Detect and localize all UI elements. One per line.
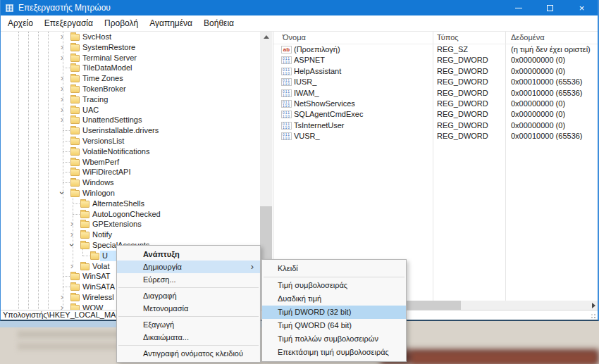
tree-label-Notify[interactable]: Notify — [90, 230, 114, 240]
chevron-collapsed-icon[interactable]: › — [68, 230, 76, 239]
menubar-item-view[interactable]: Προβολή — [99, 15, 144, 31]
tree-label-Winlogon[interactable]: Winlogon — [80, 188, 117, 199]
tree-item-VersionsList[interactable]: VersionsList — [1, 136, 260, 146]
value-row-ASPNET[interactable]: 011 110ASPNETREG_DWORD0x00000000 (0) — [273, 55, 598, 65]
tree-label-Volat[interactable]: Volat — [90, 261, 111, 272]
tree-item-SvcHost[interactable]: ›SvcHost — [1, 32, 260, 42]
menu-item-find[interactable]: Εύρεση... — [117, 273, 260, 286]
scroll-right-button[interactable] — [588, 301, 598, 310]
chevron-collapsed-icon[interactable]: › — [58, 292, 66, 302]
value-row-IUSR_[interactable]: 011 110IUSR_REG_DWORD0x00010000 (65536) — [273, 77, 598, 87]
value-name[interactable]: VUSR_ — [294, 131, 320, 142]
tree-item-WbemPerf[interactable]: WbemPerf — [1, 157, 260, 168]
menu-item-delete[interactable]: Διαγραφή — [117, 289, 260, 302]
column-header-type[interactable]: Τύπος — [437, 33, 459, 42]
tree-label-TileDataModel[interactable]: TileDataModel — [80, 63, 135, 73]
menu-item-copy-key-name[interactable]: Αντιγραφή ονόματος κλειδιού — [117, 347, 260, 360]
scroll-up-button[interactable] — [260, 32, 272, 42]
tree-label-Tracing[interactable]: Tracing — [80, 94, 110, 105]
tree-label-UnattendSettings[interactable]: UnattendSettings — [80, 115, 144, 125]
minimize-button[interactable] — [502, 0, 534, 15]
menu-item-key[interactable]: Κλειδί — [262, 262, 406, 275]
tree-label-GPExtensions[interactable]: GPExtensions — [90, 219, 144, 230]
value-row-TsInternetUser[interactable]: 011 110TsInternetUserREG_DWORD0x00000000… — [273, 120, 598, 131]
value-name[interactable]: SQLAgentCmdExec — [294, 109, 363, 120]
menu-item-new[interactable]: Δημιουργία› — [117, 261, 260, 273]
tree-item-Tracing[interactable]: ›Tracing — [1, 94, 260, 105]
menubar-item-file[interactable]: Αρχείο — [2, 15, 39, 31]
tree-item-Notify[interactable]: ›Notify — [1, 230, 260, 240]
tree-label-SvcHost[interactable]: SvcHost — [80, 32, 113, 42]
tree-item-AutoLogonChecked[interactable]: AutoLogonChecked — [1, 209, 260, 220]
chevron-collapsed-icon[interactable]: › — [68, 219, 76, 229]
tree-item-WiFiDirectAPI[interactable]: WiFiDirectAPI — [1, 167, 260, 177]
value-row-VUSR_[interactable]: 011 110VUSR_REG_DWORD0x00010000 (65536) — [273, 131, 598, 142]
tree-label-WinSATA[interactable]: WinSATA — [80, 282, 117, 292]
value-name[interactable]: IUSR_ — [294, 77, 316, 87]
value-row-HelpAssistant[interactable]: 011 110HelpAssistantREG_DWORD0x00000000 … — [273, 66, 598, 77]
tree-label-WbemPerf[interactable]: WbemPerf — [80, 157, 121, 168]
menubar-item-favorites[interactable]: Αγαπημένα — [144, 15, 198, 31]
tree-label-TimeZones[interactable]: Time Zones — [80, 73, 125, 84]
tree-item-GPExtensions[interactable]: ›GPExtensions — [1, 219, 260, 230]
menu-item-string-value[interactable]: Τιμή συμβολοσειράς — [262, 279, 406, 292]
tree-label-WiFiDirectAPI[interactable]: WiFiDirectAPI — [80, 167, 132, 177]
column-header-data[interactable]: Δεδομένα — [511, 33, 545, 42]
value-row-NetShowServices[interactable]: 011 110NetShowServicesREG_DWORD0x0000000… — [273, 99, 598, 109]
column-header-name[interactable]: Όνομα — [283, 33, 306, 42]
tree-label-Wirelessl[interactable]: Wirelessl — [80, 292, 116, 303]
value-name[interactable]: NetShowServices — [294, 99, 355, 109]
chevron-collapsed-icon[interactable]: › — [58, 105, 66, 115]
maximize-button[interactable] — [534, 0, 566, 15]
tree-label-WinSAT[interactable]: WinSAT — [80, 271, 113, 282]
tree-label-TerminalServer[interactable]: Terminal Server — [80, 53, 139, 63]
tree-item-VolatileNotifications[interactable]: VolatileNotifications — [1, 146, 260, 157]
tree-item-UnattendSettings[interactable]: ›UnattendSettings — [1, 115, 260, 125]
tree-item-TokenBroker[interactable]: ›TokenBroker — [1, 84, 260, 94]
value-name[interactable]: TsInternetUser — [294, 120, 345, 131]
menu-item-multi-string-value[interactable]: Τιμή πολλών συμβολοσειρών — [262, 332, 406, 346]
chevron-collapsed-icon[interactable]: › — [58, 32, 66, 42]
value-row-(-)[interactable]: ab(Προεπιλογή)REG_SZ(η τιμή δεν έχει ορι… — [273, 44, 598, 55]
tree-label-TokenBroker[interactable]: TokenBroker — [80, 84, 128, 94]
tree-label-AlternateShells[interactable]: AlternateShells — [90, 199, 147, 209]
chevron-collapsed-icon[interactable]: › — [58, 53, 66, 63]
tree-item-AlternateShells[interactable]: AlternateShells — [1, 199, 260, 209]
chevron-collapsed-icon[interactable]: › — [58, 73, 66, 83]
menu-item-expand[interactable]: Ανάπτυξη — [117, 248, 260, 261]
chevron-collapsed-icon[interactable]: › — [58, 94, 66, 104]
chevron-expanded-icon[interactable]: › — [57, 189, 67, 197]
scrollbar-thumb[interactable] — [260, 206, 272, 260]
chevron-collapsed-icon[interactable]: › — [58, 42, 66, 52]
tree-item-Windows[interactable]: Windows — [1, 177, 260, 188]
chevron-collapsed-icon[interactable]: › — [68, 261, 76, 271]
chevron-expanded-icon[interactable]: › — [67, 241, 77, 249]
tree-label-VolatileNotifications[interactable]: VolatileNotifications — [80, 146, 152, 157]
tree-label-Windows[interactable]: Windows — [80, 177, 116, 188]
value-name[interactable]: IWAM_ — [294, 88, 319, 99]
close-button[interactable]: × — [566, 0, 598, 15]
menubar-item-edit[interactable]: Επεξεργασία — [39, 15, 99, 31]
menu-item-permissions[interactable]: Δικαιώματα... — [117, 331, 260, 344]
value-row-IWAM_[interactable]: 011 110IWAM_REG_DWORD0x00010000 (65536) — [273, 88, 598, 99]
chevron-collapsed-icon[interactable]: › — [58, 84, 66, 94]
tree-item-UAC[interactable]: ›UAC — [1, 105, 260, 115]
tree-item-TileDataModel[interactable]: TileDataModel — [1, 63, 260, 73]
value-row-SQLAgentCmdExec[interactable]: 011 110SQLAgentCmdExecREG_DWORD0x0000000… — [273, 109, 598, 120]
menubar-item-help[interactable]: Βοήθεια — [198, 15, 240, 31]
tree-label-AutoLogonChecked[interactable]: AutoLogonChecked — [90, 209, 163, 220]
title-bar[interactable]: Επεξεργαστής Μητρώου × — [1, 0, 598, 15]
menu-item-qword-64-value[interactable]: Τιμή QWORD (64 bit) — [262, 319, 406, 332]
menu-item-dword-32-value[interactable]: Τιμή DWORD (32 bit) — [262, 306, 406, 319]
tree-item-TimeZones[interactable]: ›Time Zones — [1, 73, 260, 84]
value-name[interactable]: (Προεπιλογή) — [294, 44, 340, 55]
tree-label-UAC[interactable]: UAC — [80, 105, 101, 115]
chevron-collapsed-icon[interactable]: › — [58, 115, 66, 125]
menu-item-expandable-string-value[interactable]: Επεκτάσιμη τιμή συμβολοσειράς — [262, 346, 406, 359]
tree-item-SystemRestore[interactable]: ›SystemRestore — [1, 42, 260, 53]
menu-item-binary-value[interactable]: Δυαδική τιμή — [262, 292, 406, 306]
value-name[interactable]: HelpAssistant — [294, 66, 341, 77]
tree-item-Winlogon[interactable]: ›Winlogon — [1, 188, 260, 199]
tree-item-TerminalServer[interactable]: ›Terminal Server — [1, 53, 260, 63]
value-name[interactable]: ASPNET — [294, 55, 325, 65]
